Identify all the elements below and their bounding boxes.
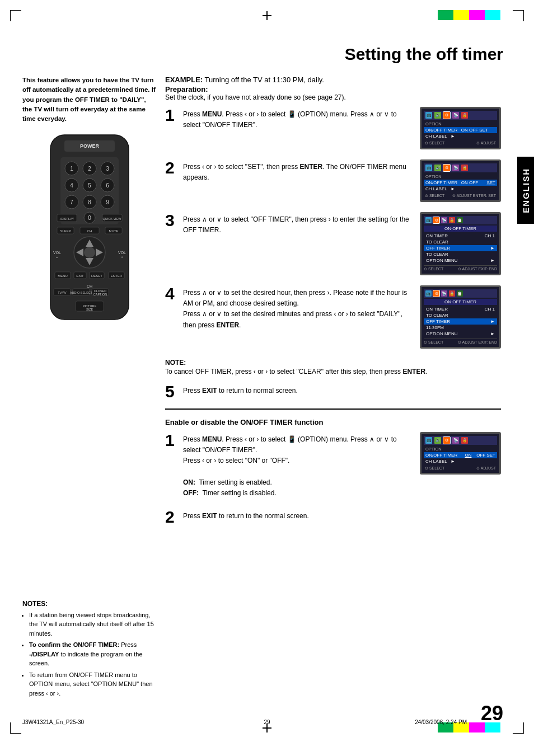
prep-text: Set the clock, if you have not already d… xyxy=(165,93,501,101)
step-2-content: Press ‹ or › to select "SET", then press… xyxy=(183,159,414,183)
svg-text:6: 6 xyxy=(106,182,109,189)
step-5: 5 Press EXIT to return to normal screen. xyxy=(165,383,501,400)
svg-text:MENU: MENU xyxy=(58,274,68,278)
svg-text:CH: CH xyxy=(87,229,92,233)
enable-section-title: Enable or disable the ON/OFF TIMER funct… xyxy=(165,418,501,426)
notes-title: NOTES: xyxy=(22,600,157,608)
color-bar-green xyxy=(438,10,453,20)
step-2: 2 Press ‹ or › to select "SET", then pre… xyxy=(165,159,501,202)
notes-text: If a station being viewed stops broadcas… xyxy=(22,611,157,698)
svg-text:8: 8 xyxy=(88,199,91,205)
notes-section: NOTES: If a station being viewed stops b… xyxy=(22,600,157,701)
corner-mark-br xyxy=(513,722,524,734)
page-title: Setting the off timer xyxy=(345,45,503,64)
corner-mark-tl xyxy=(10,10,21,21)
section-divider xyxy=(165,408,501,410)
footer-right: 24/03/2006, 2:24 PM xyxy=(415,719,467,725)
step-4-number: 4 xyxy=(165,285,177,302)
color-bar-yellow xyxy=(453,10,469,20)
step-1-number: 1 xyxy=(165,107,177,124)
note-text: To cancel OFF TIMER, press ‹ or › to sel… xyxy=(165,367,501,377)
left-column: This feature allows you to have the TV t… xyxy=(22,76,157,324)
svg-text:3: 3 xyxy=(106,166,109,172)
svg-text:QUICK VIEW: QUICK VIEW xyxy=(102,217,121,220)
enable-step-2: 2 Press EXIT to return to the normal scr… xyxy=(165,509,501,525)
step-3-number: 3 xyxy=(165,212,177,229)
reg-mark-top xyxy=(263,11,271,20)
svg-text:9: 9 xyxy=(106,199,109,205)
svg-text:EXIT: EXIT xyxy=(76,274,84,278)
step-4: 4 Press ∧ or ∨ to set the desired hour, … xyxy=(165,285,501,349)
corner-mark-tr xyxy=(513,10,524,21)
english-label: ENGLISH xyxy=(521,168,531,213)
svg-text:SLEEP: SLEEP xyxy=(60,229,71,233)
step-1: 1 Press MENU. Press ‹ or › to select 📱 (… xyxy=(165,107,501,149)
enable-step-1-content: Press MENU. Press ‹ or › to select 📱 (OP… xyxy=(183,432,414,499)
enable-step-2-number: 2 xyxy=(165,509,177,525)
step-3-content: Press ∧ or ∨ to select "OFF TIMER", then… xyxy=(183,212,414,236)
example-line: EXAMPLE: Turning off the TV at 11:30 PM,… xyxy=(165,76,501,84)
svg-text:AUDIO SELECT: AUDIO SELECT xyxy=(70,291,93,294)
svg-text:2: 2 xyxy=(88,166,91,172)
color-bar-cyan xyxy=(485,10,500,20)
svg-text:7: 7 xyxy=(70,199,73,205)
svg-text:TV/AV: TV/AV xyxy=(58,291,67,294)
svg-text:POWER: POWER xyxy=(80,143,100,149)
enable-step-1: 1 Press MENU. Press ‹ or › to select 📱 (… xyxy=(165,432,501,499)
svg-text:SIZE: SIZE xyxy=(86,308,93,311)
intro-text: This feature allows you to have the TV t… xyxy=(22,76,157,124)
right-column: EXAMPLE: Turning off the TV at 11:30 PM,… xyxy=(165,76,501,536)
step-1-screen: 📺 🔊 ⚙ 📡 🔒 OPTION ON/OFF TIMER ON OFF SET… xyxy=(420,107,501,149)
svg-text:0: 0 xyxy=(88,215,91,221)
english-tab: ENGLISH xyxy=(517,157,534,224)
step-4-screen: 📺 ⚙ 📡 🔒 📋 ON·OFF TIMER ON TIMER CH 1 TO … xyxy=(420,285,501,349)
svg-text:MUTE: MUTE xyxy=(109,229,119,233)
note-box: NOTE: To cancel OFF TIMER, press ‹ or › … xyxy=(165,359,501,377)
color-bar-magenta xyxy=(469,10,485,20)
svg-text:VOL: VOL xyxy=(53,251,61,255)
footer-center: 29 xyxy=(264,719,270,725)
svg-text:4: 4 xyxy=(70,182,73,189)
footer-left: J3W41321A_En_P25-30 xyxy=(22,719,84,725)
remote-control: POWER 1 2 3 4 5 6 7 8 9 -/DI xyxy=(34,132,146,324)
svg-text:-/DISPLAY: -/DISPLAY xyxy=(59,217,74,220)
step-3: 3 Press ∧ or ∨ to select "OFF TIMER", th… xyxy=(165,212,501,275)
step-4-content: Press ∧ or ∨ to set the desired hour, th… xyxy=(183,285,414,331)
enable-step-1-screen: 📺 🔊 ⚙ 📡 🔒 OPTION ON/OFF TIMER ON OFF SET… xyxy=(420,432,501,475)
svg-text:RESET: RESET xyxy=(91,274,102,278)
corner-mark-bl xyxy=(10,722,21,734)
svg-text:VOL: VOL xyxy=(118,251,126,255)
remote-svg: POWER 1 2 3 4 5 6 7 8 9 -/DI xyxy=(34,132,146,322)
svg-text:1: 1 xyxy=(70,166,73,172)
enable-step-1-number: 1 xyxy=(165,432,177,449)
page-number: 29 xyxy=(481,702,503,725)
note-item-3: To return from ON/OFF TIMER menu to OPTI… xyxy=(29,670,157,698)
step-2-number: 2 xyxy=(165,159,177,176)
step-3-screen: 📺 ⚙ 📡 🔒 📋 ON·OFF TIMER ON TIMER CH 1 TO … xyxy=(420,212,501,275)
step-2-screen: 📺 🔊 ⚙ 📡 🔒 OPTION ON/OFF TIMER ON OFF SET… xyxy=(420,159,501,202)
svg-text:CH: CH xyxy=(87,284,92,288)
example-text: Turning off the TV at 11:30 PM, daily. xyxy=(205,76,324,84)
step-5-content: Press EXIT to return to normal screen. xyxy=(183,383,501,396)
color-bars-top xyxy=(438,10,500,20)
step-5-number: 5 xyxy=(165,383,177,400)
note-item-2: To confirm the ON/OFF TIMER: Press -/DIS… xyxy=(29,640,157,668)
svg-text:ENTER: ENTER xyxy=(111,274,123,278)
step-1-content: Press MENU. Press ‹ or › to select 📱 (OP… xyxy=(183,107,414,130)
svg-text:CAPTION: CAPTION xyxy=(93,293,107,296)
preparation-label: Preparation: xyxy=(165,85,501,93)
note-title: NOTE: xyxy=(165,359,501,367)
svg-text:5: 5 xyxy=(88,182,91,189)
svg-text:–: – xyxy=(56,255,58,259)
svg-point-39 xyxy=(84,247,95,258)
example-label: EXAMPLE: xyxy=(165,76,203,84)
svg-text:+: + xyxy=(121,255,123,259)
note-item-1: If a station being viewed stops broadcas… xyxy=(29,611,157,638)
enable-step-2-content: Press EXIT to return to the normal scree… xyxy=(183,509,501,522)
